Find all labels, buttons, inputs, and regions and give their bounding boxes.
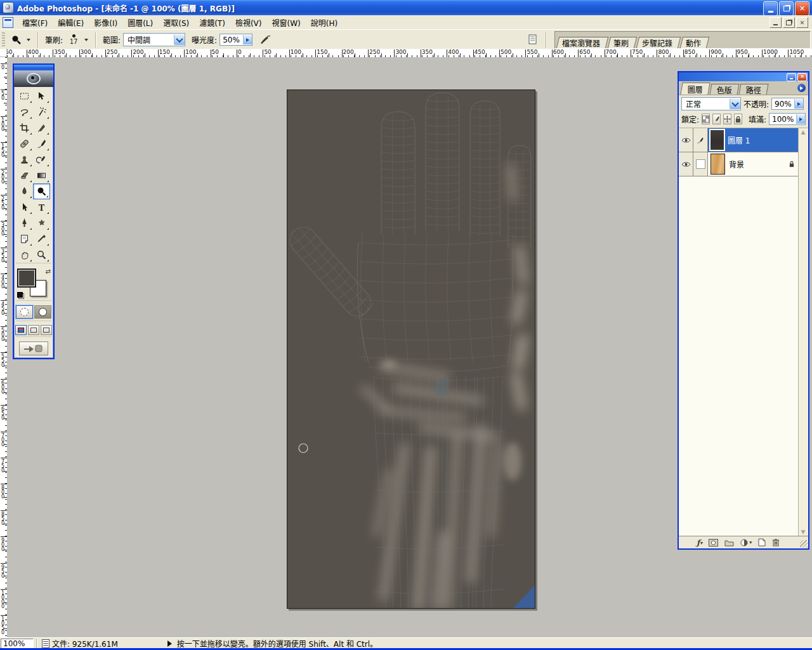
menu-item-1[interactable]: 編輯(E): [53, 16, 89, 29]
fill-input[interactable]: 100%: [769, 113, 806, 125]
layer-visibility-toggle[interactable]: [679, 152, 693, 176]
document-size-info[interactable]: 文件: 925K/1.61M: [52, 638, 118, 649]
minimize-button[interactable]: [763, 1, 778, 16]
lasso-tool[interactable]: [16, 104, 33, 120]
menu-item-4[interactable]: 選取(S): [158, 16, 194, 29]
standard-screen-mode-button[interactable]: [15, 325, 27, 335]
palette-well-tab-3[interactable]: 動作: [679, 37, 709, 48]
lock-all-button[interactable]: [734, 114, 742, 124]
exposure-input[interactable]: 50%: [219, 34, 252, 46]
zoom-level-input[interactable]: 100%: [1, 639, 34, 649]
palette-tab-2[interactable]: 路徑: [739, 84, 769, 95]
layer-visibility-toggle[interactable]: [679, 128, 693, 152]
photoshop-eye-logo[interactable]: [14, 70, 53, 87]
menu-item-3[interactable]: 圖層(L): [122, 16, 158, 29]
horizontal-ruler[interactable]: 4504003503002502001501005005010015020025…: [7, 49, 812, 58]
brush-tool[interactable]: [33, 136, 50, 152]
lock-position-button[interactable]: [723, 114, 731, 124]
new-adjustment-layer-button[interactable]: ▾: [740, 538, 752, 548]
menu-item-7[interactable]: 視窗(W): [266, 16, 305, 29]
healing-brush-tool[interactable]: [16, 136, 33, 152]
ruler-origin-box[interactable]: [0, 49, 7, 57]
lock-pixels-button[interactable]: [712, 114, 721, 124]
delete-layer-button[interactable]: [772, 538, 780, 548]
history-brush-tool[interactable]: [33, 152, 50, 168]
layer-row-0[interactable]: 圖層 1: [679, 128, 798, 152]
swap-colors-icon[interactable]: ⇄: [46, 268, 51, 275]
hand-tool[interactable]: [16, 247, 33, 263]
menu-item-5[interactable]: 濾鏡(T): [194, 16, 230, 29]
layer-link-cell[interactable]: [693, 152, 708, 176]
zoom-tool[interactable]: [33, 247, 50, 263]
layer-row-1[interactable]: 背景: [679, 152, 798, 176]
brush-dropdown-arrow[interactable]: [84, 39, 88, 41]
notes-tool[interactable]: [16, 231, 33, 247]
menu-item-8[interactable]: 說明(H): [306, 16, 343, 29]
close-button[interactable]: ✕: [795, 1, 809, 16]
palette-well-tab-2[interactable]: 步驟記錄: [636, 37, 681, 48]
dodge-tool-selected[interactable]: [33, 183, 50, 199]
move-tool[interactable]: [33, 88, 50, 104]
scroll-up-icon[interactable]: ▲: [800, 129, 806, 135]
tool-preset-dropdown-arrow[interactable]: [27, 39, 30, 41]
blur-tool[interactable]: [16, 183, 33, 199]
layer-thumbnail[interactable]: [708, 152, 729, 176]
clone-stamp-tool[interactable]: [16, 152, 33, 168]
menu-item-0[interactable]: 檔案(F): [17, 16, 53, 29]
fullscreen-with-menu-button[interactable]: [28, 325, 39, 335]
foreground-color-swatch[interactable]: [17, 269, 36, 288]
path-selection-tool[interactable]: [16, 199, 33, 215]
palette-close-button[interactable]: ✕: [797, 73, 807, 81]
palette-tab-0[interactable]: 圖層: [680, 83, 710, 95]
quick-mask-mode-button[interactable]: [34, 305, 51, 319]
brush-preview[interactable]: 17: [65, 32, 82, 48]
toolbox-title-bar[interactable]: [14, 65, 53, 70]
jump-to-imageready-button[interactable]: [19, 342, 48, 355]
mdi-restore-button[interactable]: [783, 17, 795, 28]
range-select[interactable]: 中間調: [123, 33, 185, 46]
pen-tool[interactable]: [16, 215, 33, 231]
layer-style-button[interactable]: ƒ▾: [697, 538, 702, 548]
gradient-tool[interactable]: [33, 168, 50, 183]
eyedropper-tool[interactable]: [33, 231, 50, 247]
menu-item-6[interactable]: 檢視(V): [230, 16, 267, 29]
palette-resize-grip[interactable]: [800, 540, 808, 548]
layer-thumbnail[interactable]: [708, 128, 728, 152]
palette-well-tab-1[interactable]: 筆刷: [607, 37, 637, 48]
layers-scrollbar[interactable]: ▲ ▼: [798, 128, 808, 536]
options-bar-grip[interactable]: [2, 32, 5, 48]
layers-palette-title-bar[interactable]: ✕: [679, 72, 808, 81]
opacity-slider-button[interactable]: [794, 99, 803, 109]
default-colors-icon[interactable]: [17, 292, 24, 299]
new-layer-button[interactable]: [758, 538, 766, 548]
mdi-minimize-button[interactable]: [769, 17, 782, 28]
type-tool[interactable]: T: [33, 199, 50, 215]
canvas[interactable]: [287, 90, 535, 609]
standard-mode-button[interactable]: [16, 305, 33, 319]
exposure-slider-button[interactable]: [243, 35, 252, 44]
layer-link-cell[interactable]: [693, 128, 708, 152]
new-layer-set-button[interactable]: [724, 538, 734, 548]
rectangular-marquee-tool[interactable]: [16, 88, 33, 104]
blend-mode-select[interactable]: 正常: [681, 97, 741, 110]
opacity-input[interactable]: 90%: [771, 98, 804, 110]
fullscreen-mode-button[interactable]: [41, 325, 52, 335]
range-select-button[interactable]: [174, 34, 185, 45]
palette-minimize-button[interactable]: [787, 73, 796, 81]
palette-tab-1[interactable]: 色版: [710, 84, 740, 95]
fill-slider-button[interactable]: [796, 114, 805, 124]
crop-tool[interactable]: [16, 120, 33, 136]
slice-tool[interactable]: [33, 120, 50, 136]
eraser-tool[interactable]: [16, 168, 33, 183]
add-layer-mask-button[interactable]: [709, 538, 718, 548]
restore-button[interactable]: [779, 1, 794, 16]
palette-menu-button[interactable]: [797, 84, 806, 92]
file-browser-toggle-button[interactable]: [526, 32, 541, 48]
palette-well-tab-0[interactable]: 檔案瀏覽器: [556, 37, 608, 48]
custom-shape-tool[interactable]: [33, 215, 50, 231]
layer-name[interactable]: 圖層 1: [728, 128, 785, 152]
menu-item-2[interactable]: 影像(I): [89, 16, 122, 29]
layer-name[interactable]: 背景: [729, 152, 785, 176]
document-size-icon[interactable]: [42, 639, 49, 648]
blend-mode-select-button[interactable]: [730, 98, 740, 109]
